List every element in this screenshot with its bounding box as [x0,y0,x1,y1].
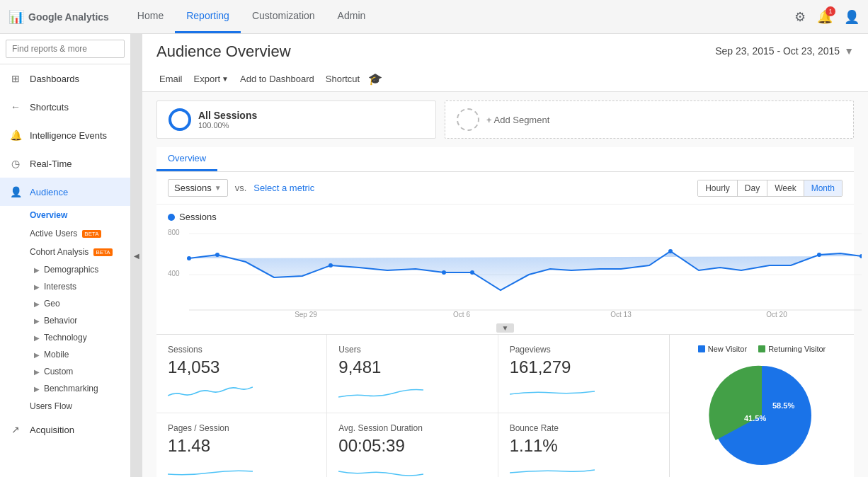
pie-label-returning-visitor: Returning Visitor [768,345,826,353]
sidebar-label-acquisition: Acquisition [30,425,74,435]
time-btn-week[interactable]: Week [767,180,803,196]
sidebar-sub-active-users[interactable]: Active Users BETA [21,224,130,243]
metric-sparkline-avg-duration [338,460,486,477]
metric-card-pages-per-session: Pages / Session 11.48 [156,413,327,477]
sidebar-item-acquisition[interactable]: ↗ Acquisition [0,415,130,444]
metric-value-sessions: 14,053 [168,357,315,377]
metric-card-sessions: Sessions 14,053 [156,335,327,413]
settings-icon[interactable]: ⚙ [794,9,806,25]
nav-reporting[interactable]: Reporting [175,0,241,33]
sidebar-nav-section: ⊞ Dashboards ← Shortcuts 🔔 Intelligence … [0,64,130,444]
svg-text:800: 800 [168,229,180,236]
metric-name-pages-per-session: Pages / Session [168,423,315,433]
chart-expand-icon: ▼ [496,323,515,333]
chart-area: Sessions 800 400 [156,205,854,334]
date-range-text: Sep 23, 2015 - Oct 23, 2015 [715,45,840,57]
select-metric-link[interactable]: Select a metric [253,183,314,193]
shortcut-button[interactable]: Shortcut [323,72,362,86]
nav-customization[interactable]: Customization [241,0,326,33]
add-to-dashboard-button[interactable]: Add to Dashboard [237,72,317,86]
pie-legend: New Visitor Returning Visitor [698,345,826,353]
content-header: Audience Overview Email Export ▼ Add to … [142,34,868,92]
svg-point-11 [817,253,821,257]
chevron-icon-benchmarking: ▶ [34,385,40,393]
audience-submenu: Overview Active Users BETA Cohort Analys… [0,206,130,415]
sidebar-label-intelligence: Intelligence Events [30,130,107,141]
svg-text:Oct 6: Oct 6 [453,311,470,318]
pie-legend-new-visitor: New Visitor [698,345,747,353]
sidebar-sub-benchmarking[interactable]: ▶ Benchmarking [21,380,130,397]
sidebar-sub-geo[interactable]: ▶ Geo [21,295,130,312]
chart-controls: Sessions ▼ vs. Select a metric Hourly Da… [156,172,854,205]
tab-overview[interactable]: Overview [156,147,217,171]
metrics-pie-area: New Visitor Returning Visitor [670,335,854,477]
time-btn-month[interactable]: Month [804,180,842,196]
notification-badge: 1 [826,6,835,16]
metric-sparkline-bounce-rate [510,460,658,477]
metric-value-users: 9,481 [338,357,486,377]
metric-sparkline-sessions [168,381,315,403]
metric-value-avg-duration: 00:05:39 [338,436,486,456]
chevron-icon-geo: ▶ [34,300,40,308]
date-range-chevron-icon: ▼ [844,45,854,57]
email-button[interactable]: Email [156,72,185,86]
sidebar: ⊞ Dashboards ← Shortcuts 🔔 Intelligence … [0,34,131,477]
sidebar-sub-behavior[interactable]: ▶ Behavior [21,312,130,329]
metric-name-pageviews: Pageviews [510,345,658,355]
sidebar-label-dashboards: Dashboards [30,74,79,84]
page-title: Audience Overview [156,42,382,67]
export-chevron-icon: ▼ [222,75,229,83]
sidebar-sub-users-flow[interactable]: Users Flow [21,397,130,415]
intelligence-icon: 🔔 [8,128,23,142]
sidebar-sub-interests[interactable]: ▶ Interests [21,278,130,295]
sidebar-sub-technology[interactable]: ▶ Technology [21,329,130,346]
sidebar-item-shortcuts[interactable]: ← Shortcuts [0,93,130,121]
main-layout: ⊞ Dashboards ← Shortcuts 🔔 Intelligence … [0,34,868,477]
time-btn-day[interactable]: Day [737,180,767,196]
sidebar-sub-cohort[interactable]: Cohort Analysis BETA [21,243,130,261]
pie-dot-returning-visitor [758,345,765,352]
nav-home[interactable]: Home [126,0,175,33]
export-button[interactable]: Export ▼ [191,72,232,86]
add-segment-button[interactable]: + Add Segment [445,100,854,139]
metric-select-label: Sessions [174,183,212,193]
metric-sparkline-pages-per-session [168,460,315,477]
toolbar: Email Export ▼ Add to Dashboard Shortcut… [156,67,382,91]
graduation-cap-icon: 🎓 [368,73,382,85]
sidebar-sub-overview[interactable]: Overview [21,206,130,224]
svg-point-6 [215,253,219,257]
metric-value-bounce-rate: 1.11% [510,436,658,456]
inner-content: All Sessions 100.00% + Add Segment Overv… [142,92,868,477]
metrics-section: Sessions 14,053 Users 9,481 [156,334,854,477]
sidebar-item-audience[interactable]: 👤 Audience [0,178,130,206]
pie-legend-returning-visitor: Returning Visitor [758,345,826,353]
nav-admin[interactable]: Admin [326,0,377,33]
time-btn-hourly[interactable]: Hourly [698,180,737,196]
account-icon[interactable]: 👤 [844,9,860,25]
metrics-grid: Sessions 14,053 Users 9,481 [156,335,669,477]
chevron-icon-mobile: ▶ [34,351,40,359]
sessions-chart: 800 400 [168,226,862,318]
collapse-sidebar-button[interactable]: ◀ [131,34,142,477]
search-input[interactable] [6,40,125,58]
metric-sparkline-users [338,381,486,403]
sidebar-sub-mobile[interactable]: ▶ Mobile [21,346,130,363]
pie-label-new-visitor: New Visitor [708,345,747,353]
sidebar-sub-custom[interactable]: ▶ Custom [21,363,130,380]
sidebar-item-realtime[interactable]: ◷ Real-Time [0,149,130,178]
metric-card-pageviews: Pageviews 161,279 [498,335,669,413]
notifications-icon[interactable]: 🔔 1 [817,9,833,25]
sidebar-item-dashboards[interactable]: ⊞ Dashboards [0,64,130,93]
sidebar-sub-demographics[interactable]: ▶ Demographics [21,261,130,278]
metric-select-dropdown[interactable]: Sessions ▼ [168,179,228,197]
nav-items: Home Reporting Customization Admin [126,0,377,33]
svg-point-5 [187,256,191,260]
chevron-icon-behavior: ▶ [34,317,40,325]
sidebar-item-intelligence[interactable]: 🔔 Intelligence Events [0,121,130,149]
chart-expand-button[interactable]: ▼ [168,321,843,334]
date-range-picker[interactable]: Sep 23, 2015 - Oct 23, 2015 ▼ [715,45,854,57]
metric-name-sessions: Sessions [168,345,315,355]
chart-legend: Sessions [168,212,843,222]
svg-point-7 [329,263,333,268]
segment-label: All Sessions [198,110,257,121]
